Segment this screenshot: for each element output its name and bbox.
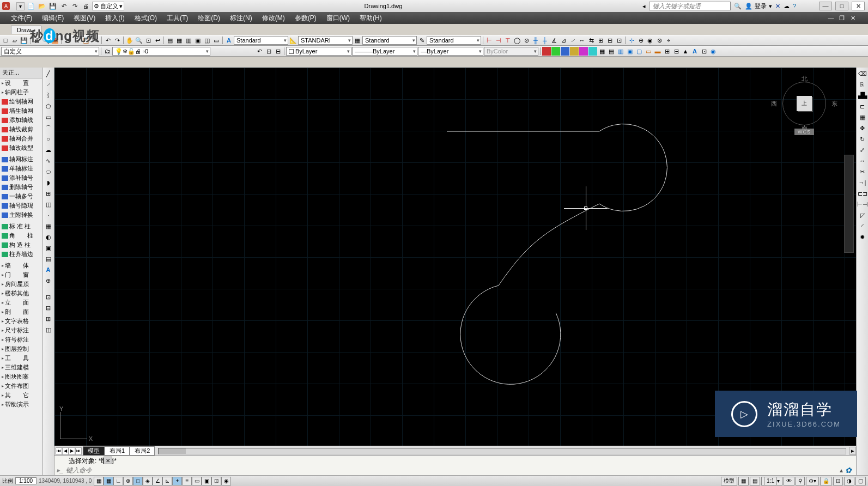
array-icon[interactable]: ▦ [858, 112, 867, 122]
snap-toggle[interactable]: ▦ [94, 477, 104, 485]
search-icon[interactable]: 🔍 [734, 3, 742, 10]
rotate-icon[interactable]: ↻ [858, 134, 867, 144]
dim-tool-icon[interactable]: ⊞ [596, 36, 605, 45]
markup-icon[interactable]: ◫ [203, 36, 211, 45]
minimize-button[interactable]: — [819, 2, 832, 10]
mlstyle-icon[interactable]: ✎ [417, 36, 426, 45]
doc-close-button[interactable]: ✕ [848, 14, 857, 22]
panel-item[interactable]: ▸楼梯其他 [0, 289, 42, 298]
layer-combo[interactable]: 💡❄🔓🖨 ▫ 0 [112, 47, 210, 56]
spline-icon[interactable]: ∿ [44, 156, 53, 166]
lock-ui-icon[interactable]: 🔒 [820, 477, 832, 485]
line-icon[interactable]: ╱ [44, 69, 53, 78]
panel-item[interactable]: ▸工 具 [0, 354, 42, 363]
redo-icon[interactable]: ↷ [113, 36, 122, 45]
xline-icon[interactable]: ⟋ [44, 80, 53, 89]
chamfer-icon[interactable]: ◸ [858, 210, 867, 220]
anno-auto-icon[interactable]: ⚲ [796, 477, 805, 485]
new-icon[interactable]: □ [1, 36, 10, 45]
ws-combo[interactable]: 自定义 [1, 47, 99, 56]
tab-next-icon[interactable]: ▶ [69, 447, 75, 455]
mod-icon[interactable]: ▤ [607, 47, 616, 56]
mod-icon[interactable]: ⊡ [700, 47, 708, 56]
dim-tool-icon[interactable]: ◯ [513, 36, 521, 45]
undo-icon[interactable]: ↶ [104, 36, 112, 45]
save-icon[interactable]: 💾 [20, 36, 28, 45]
mod-icon[interactable]: ▬ [653, 47, 662, 56]
cloud-icon[interactable]: ☁ [784, 3, 790, 10]
panel-item[interactable]: 柱齐墙边 [0, 250, 42, 259]
addsel-icon[interactable]: ⊕ [44, 276, 53, 285]
save-icon[interactable]: 💾 [48, 2, 57, 10]
login-button[interactable]: 👤 登录 ▾ [745, 2, 772, 10]
break-icon[interactable]: ⊏⊐ [858, 189, 867, 198]
zoom-rt-icon[interactable]: 🔍 [135, 36, 143, 45]
menu-draw[interactable]: 绘图(D) [198, 14, 220, 23]
polygon-icon[interactable]: ⬠ [44, 101, 53, 111]
model-space-button[interactable]: 模型 [721, 477, 737, 485]
qv-layouts-icon[interactable]: ▦ [738, 477, 749, 485]
trim-icon[interactable]: ✂ [858, 167, 867, 177]
hardware-icon[interactable]: ⊡ [833, 477, 843, 485]
workspace-select[interactable]: ⚙ 自定义 ▾ [92, 2, 124, 10]
textstyle-icon[interactable]: A [224, 36, 233, 45]
tab-model[interactable]: 模型 [83, 446, 105, 455]
exchange-icon[interactable]: ✕ [775, 3, 780, 10]
panel-item[interactable]: ▸轴网柱子 [0, 88, 42, 97]
nav-left-icon[interactable]: ◂ [642, 3, 646, 10]
mod-icon[interactable]: ◉ [709, 47, 718, 56]
anno-vis-icon[interactable]: 👁 [784, 477, 794, 485]
panel-item[interactable]: 添加轴线 [0, 116, 42, 125]
panel-item[interactable]: ▸门 窗 [0, 270, 42, 280]
menu-modify[interactable]: 修改(M) [262, 14, 285, 23]
panel-item[interactable]: 角 柱 [0, 231, 42, 240]
panel-item[interactable]: 添补轴号 [0, 173, 42, 183]
print-icon[interactable]: 🖨 [81, 2, 90, 10]
undo-icon[interactable]: ↶ [59, 2, 68, 10]
pan-icon[interactable]: ✋ [125, 36, 134, 45]
hatch-icon[interactable]: ▦ [44, 221, 53, 231]
dim-tool-icon[interactable]: ⊿ [559, 36, 568, 45]
extra-icon[interactable]: ⊞ [44, 314, 53, 324]
panel-item[interactable]: ▸图块图案 [0, 372, 42, 381]
panel-item[interactable]: ▸墙 体 [0, 261, 42, 270]
panel-item[interactable]: ▸剖 面 [0, 307, 42, 317]
erase-icon[interactable]: ⌫ [858, 69, 867, 78]
panel-item[interactable]: 标 准 柱 [0, 222, 42, 231]
tpy-toggle[interactable]: ▭ [192, 477, 202, 485]
text-icon[interactable]: A [690, 47, 699, 56]
clean-icon[interactable]: ▢ [855, 477, 866, 485]
dim-tool-icon[interactable]: ⊟ [605, 36, 614, 45]
am-toggle[interactable]: ◉ [221, 477, 231, 485]
hscroll-right-icon[interactable]: ▸ [849, 447, 856, 455]
viewcube[interactable]: 北 南 西 东 上 WCS [774, 73, 834, 138]
tab-layout1[interactable]: 布局1 [105, 446, 130, 455]
extra-icon[interactable]: ⊡ [44, 292, 53, 302]
isolate-icon[interactable]: ◑ [844, 477, 854, 485]
dim-tool-icon[interactable]: ╫ [531, 36, 540, 45]
block-icon[interactable]: ◫ [44, 199, 53, 209]
join-icon[interactable]: ⊢⊣ [858, 199, 867, 209]
ellipse-icon[interactable]: ⬭ [44, 167, 53, 177]
help-icon[interactable]: ? [793, 3, 796, 9]
ortho-toggle[interactable]: ∟ [113, 477, 123, 485]
region-icon[interactable]: ▣ [44, 243, 53, 253]
layer-iso-icon[interactable]: ⊟ [274, 47, 282, 56]
textstyle-combo[interactable]: Standard [234, 36, 288, 45]
mod-icon[interactable] [561, 47, 569, 56]
ducs-toggle[interactable]: ⊾ [162, 477, 172, 485]
3dosnap-toggle[interactable]: ◈ [143, 477, 153, 485]
mod-icon[interactable]: ▭ [644, 47, 653, 56]
dim-tool-icon[interactable]: ⊡ [615, 36, 623, 45]
mod-icon[interactable] [542, 47, 551, 56]
layer-state-icon[interactable]: ⊡ [264, 47, 273, 56]
mod-icon[interactable]: ⊟ [672, 47, 681, 56]
scale-icon[interactable]: ⤢ [858, 145, 867, 155]
zoom-prev-icon[interactable]: ↩ [153, 36, 162, 45]
layer-prev-icon[interactable]: ↶ [255, 47, 264, 56]
cmd-expand-icon[interactable]: ▴ [840, 466, 843, 474]
dim-tool-icon[interactable]: ⇆ [587, 36, 596, 45]
menu-tools[interactable]: 工具(T) [167, 14, 188, 23]
panel-item[interactable]: 轴改线型 [0, 143, 42, 153]
open-icon[interactable]: ▱ [10, 36, 19, 45]
